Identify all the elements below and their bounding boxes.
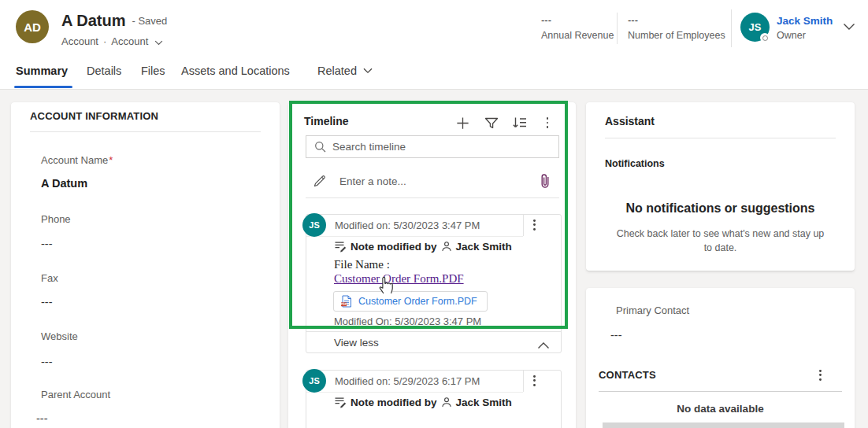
annual-revenue-value[interactable]: ---: [541, 14, 614, 26]
chevron-down-icon[interactable]: [154, 36, 163, 48]
divider: [30, 131, 261, 132]
note-icon: [334, 396, 347, 408]
contacts-section: Primary Contact --- CONTACTS No data ava…: [586, 288, 855, 428]
entry-avatar: JS: [302, 369, 326, 393]
breadcrumb: Account · Account: [61, 35, 163, 48]
stat-annual-revenue: --- Annual Revenue: [541, 14, 614, 41]
note-body-label: File Name :: [334, 258, 390, 271]
stat-number-of-employees: --- Number of Employees: [628, 14, 725, 41]
entry-action-line: Note modified by Jack Smith: [334, 240, 512, 253]
primary-contact-label: Primary Contact: [616, 304, 689, 316]
search-icon: [314, 141, 326, 153]
note-icon: [334, 240, 347, 253]
chevron-down-icon: [363, 68, 373, 74]
divider: [306, 331, 561, 332]
person-icon: [441, 397, 452, 408]
more-vertical-icon: [533, 375, 536, 386]
filter-icon: [484, 116, 499, 130]
account-information-section: ACCOUNT INFORMATION Account Name* A Datu…: [11, 102, 280, 428]
contacts-empty-text: No data available: [586, 403, 855, 415]
timeline-entry-1: Modified on: 5/30/2023 3:47 PM Note modi…: [306, 214, 562, 353]
field-value-account-name[interactable]: A Datum: [41, 177, 87, 190]
plus-icon: [455, 116, 470, 131]
timeline-more-button[interactable]: [539, 114, 556, 131]
timeline-search-box[interactable]: [306, 135, 559, 158]
sort-icon: [512, 116, 527, 130]
dynamics-account-page: AD A Datum- Saved Account · Account --- …: [0, 0, 868, 428]
field-value-parent-account[interactable]: ---: [36, 412, 48, 425]
field-value-phone[interactable]: ---: [41, 238, 53, 250]
owner-role-label: Owner: [777, 30, 806, 41]
tab-summary[interactable]: Summary: [16, 65, 68, 77]
header-collapse-chevron-icon[interactable]: [843, 20, 855, 34]
search-input[interactable]: [332, 141, 552, 153]
breadcrumb-separator: ·: [103, 35, 106, 47]
tab-related-label: Related: [317, 65, 357, 77]
tab-details[interactable]: Details: [87, 65, 121, 77]
entry-action-line: Note modified by Jack Smith: [334, 396, 512, 408]
header-divider: [731, 9, 732, 47]
assistant-empty-body: Check back later to see what's new and s…: [613, 227, 828, 255]
entry-modified-on: Modified on: 5/29/2023 6:17 PM: [335, 375, 480, 387]
form-selector-label[interactable]: Account: [111, 35, 148, 47]
entry-modified-on: Modified on: 5/30/2023 3:47 PM: [335, 220, 480, 231]
pencil-icon: [313, 175, 326, 188]
divider: [306, 197, 559, 198]
notifications-label: Notifications: [605, 158, 665, 169]
employees-label: Number of Employees: [628, 30, 725, 41]
more-vertical-icon: [819, 370, 822, 381]
record-type-label: Account: [61, 35, 98, 47]
attachment-link[interactable]: Customer Order Form.PDF: [334, 272, 464, 286]
section-title: ACCOUNT INFORMATION: [30, 110, 158, 122]
record-name: A Datum: [61, 12, 125, 29]
employees-value[interactable]: ---: [628, 14, 725, 26]
create-record-button[interactable]: [454, 114, 471, 131]
field-label-phone: Phone: [41, 213, 71, 225]
contacts-more-button[interactable]: [819, 370, 822, 381]
field-label-fax: Fax: [41, 272, 58, 284]
more-vertical-icon: [533, 220, 536, 231]
entry-more-button[interactable]: [533, 220, 536, 231]
presence-status-icon: [760, 33, 770, 42]
field-label-website: Website: [41, 330, 78, 342]
active-tab-indicator: [14, 86, 72, 88]
primary-contact-value[interactable]: ---: [610, 329, 622, 341]
horizontal-scrollbar[interactable]: [603, 422, 844, 428]
field-value-website[interactable]: ---: [41, 356, 53, 368]
field-label-account-name: Account Name*: [41, 154, 113, 166]
svg-text:PDF: PDF: [341, 303, 347, 306]
chevron-up-icon[interactable]: [537, 338, 550, 352]
timeline-section: Timeline Enter a note...: [288, 102, 576, 428]
entry-action-text: Note modified by: [351, 397, 437, 408]
divider: [523, 215, 524, 236]
sort-button[interactable]: [510, 114, 528, 131]
divider: [306, 392, 523, 393]
note-placeholder: Enter a note...: [339, 175, 540, 187]
entry-more-button[interactable]: [533, 375, 536, 386]
paperclip-icon[interactable]: [540, 173, 551, 189]
tab-files[interactable]: Files: [141, 65, 165, 77]
assistant-title: Assistant: [605, 115, 655, 127]
tab-related[interactable]: Related: [317, 65, 373, 77]
filter-button[interactable]: [483, 114, 500, 131]
divider: [605, 138, 836, 138]
entry-actor-name: Jack Smith: [456, 241, 512, 253]
timeline-title: Timeline: [304, 115, 349, 127]
assistant-empty-title: No notifications or suggestions: [586, 201, 855, 216]
attachment-chip[interactable]: PDF Customer Order Form.PDF: [333, 291, 488, 312]
pdf-file-icon: PDF: [340, 295, 352, 308]
entry-footer-modified: Modified On: 5/30/2023 3:47 PM: [334, 315, 481, 327]
view-less-button[interactable]: View less: [334, 337, 379, 349]
divider: [306, 236, 523, 237]
contacts-grid-title: CONTACTS: [599, 369, 656, 381]
field-label-parent-account: Parent Account: [41, 389, 110, 400]
required-marker: *: [109, 154, 113, 166]
note-entry-row[interactable]: Enter a note...: [306, 165, 559, 197]
attachment-chip-label: Customer Order Form.PDF: [358, 296, 477, 307]
owner-name-link[interactable]: Jack Smith: [777, 15, 833, 27]
assistant-section: Assistant Notifications No notifications…: [586, 102, 855, 271]
entry-action-text: Note modified by: [351, 241, 437, 253]
tab-assets-and-locations[interactable]: Assets and Locations: [181, 65, 290, 77]
entry-actor-name: Jack Smith: [456, 397, 512, 408]
field-value-fax[interactable]: ---: [41, 296, 53, 308]
